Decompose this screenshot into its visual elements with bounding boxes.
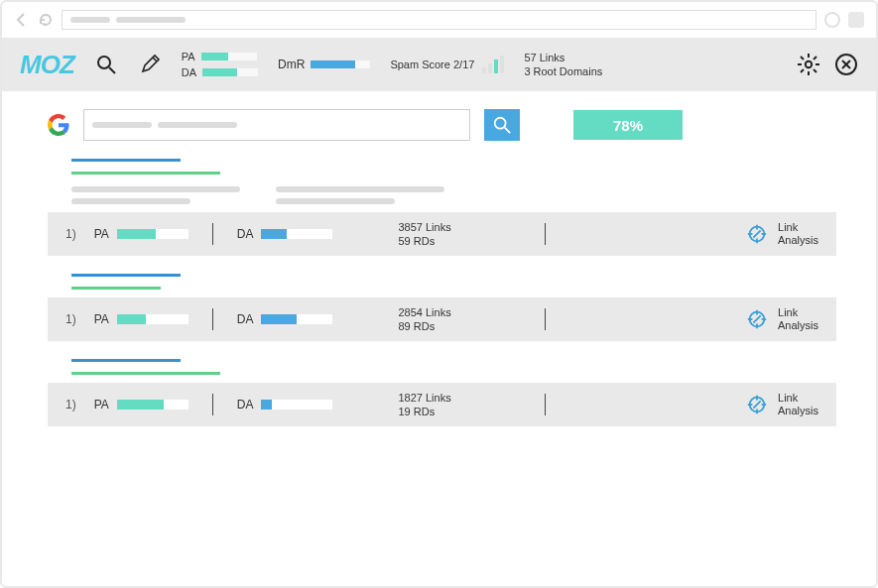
svg-line-34 [753, 401, 760, 408]
address-bar[interactable] [62, 10, 816, 30]
result-snippet [71, 186, 836, 204]
da-bar [202, 68, 258, 76]
search-button[interactable] [484, 109, 520, 141]
pa-label: PA [94, 398, 109, 412]
svg-line-28 [753, 315, 760, 322]
reload-icon[interactable] [38, 12, 54, 28]
links-count: 3857 Links [398, 220, 487, 234]
link-analysis-button[interactable]: Link Analysis [746, 306, 818, 332]
action-line2: Analysis [778, 234, 818, 247]
score-badge: 78% [573, 110, 683, 140]
content-area: 78% 1) PA DA 3857 Links 59 RDs [2, 91, 876, 426]
links-count: 1827 Links [398, 391, 487, 405]
da-label: DA [237, 227, 254, 241]
back-arrow-icon[interactable] [14, 12, 30, 28]
pencil-icon[interactable] [138, 53, 162, 76]
result-number: 1) [65, 398, 76, 412]
svg-point-3 [806, 61, 812, 67]
rds-count: 19 RDs [398, 405, 487, 418]
rds-count: 89 RDs [398, 319, 487, 333]
link-analysis-button[interactable]: Link Analysis [746, 392, 818, 417]
action-line2: Analysis [778, 319, 818, 332]
result-title-line[interactable] [71, 274, 181, 277]
result-title-line[interactable] [71, 359, 181, 362]
result-link-counts: 2854 Links 89 RDs [398, 305, 487, 334]
link-analysis-button[interactable]: Link Analysis [746, 221, 818, 247]
divider [212, 223, 213, 245]
addr-placeholder [116, 17, 186, 23]
result-number: 1) [65, 312, 76, 326]
svg-line-8 [801, 57, 804, 59]
pa-metric: PA [94, 227, 188, 241]
action-line2: Analysis [778, 405, 818, 417]
result-link-counts: 1827 Links 19 RDs [398, 391, 487, 419]
result-number: 1) [65, 227, 76, 241]
addr-placeholder [70, 17, 110, 23]
pa-metric: PA [94, 312, 188, 326]
search-placeholder [92, 122, 152, 128]
dmr-label: DmR [278, 58, 305, 71]
action-line1: Link [778, 392, 818, 405]
da-label: DA [237, 398, 254, 412]
svg-line-10 [801, 69, 804, 72]
moz-logo: MOZ [20, 50, 74, 80]
browser-chrome [2, 2, 876, 38]
moz-toolbar: MOZ PA DA DmR Spam Score 2/17 [2, 38, 876, 91]
svg-point-0 [98, 57, 110, 68]
rds-count: 59 RDs [398, 234, 487, 248]
pa-label: PA [94, 312, 109, 326]
dmr-group: DmR [278, 58, 370, 71]
svg-point-15 [495, 118, 506, 129]
da-metric: DA [237, 312, 333, 326]
svg-line-9 [814, 69, 816, 72]
action-line1: Link [778, 306, 818, 319]
result-url-line[interactable] [71, 172, 220, 175]
window-control-circle[interactable] [824, 12, 840, 28]
svg-line-16 [505, 128, 510, 133]
spam-score-group: Spam Score 2/17 [390, 56, 504, 73]
pa-bar [201, 53, 257, 60]
link-counts: 57 Links 3 Root Domains [524, 51, 602, 79]
result-url-line[interactable] [71, 372, 220, 375]
divider [212, 308, 213, 330]
pa-label: PA [182, 51, 195, 62]
result-metrics-bar: 1) PA DA 2854 Links 89 RDs [48, 297, 836, 341]
links-count: 57 Links [524, 51, 602, 64]
search-result: 1) PA DA 1827 Links 19 RDs [48, 359, 836, 426]
pa-label: PA [94, 227, 109, 241]
result-title-line[interactable] [71, 159, 181, 162]
search-result: 1) PA DA 2854 Links 89 RDs [48, 274, 836, 341]
pa-metric: PA [94, 398, 188, 412]
search-input[interactable] [83, 109, 470, 141]
da-label: DA [237, 312, 254, 326]
divider [545, 308, 546, 330]
svg-line-2 [153, 58, 157, 61]
divider [212, 394, 213, 415]
target-icon [746, 308, 768, 330]
da-metric: DA [237, 227, 333, 241]
search-placeholder [158, 122, 237, 128]
svg-line-1 [109, 67, 115, 73]
result-link-counts: 3857 Links 59 RDs [398, 220, 487, 249]
search-icon[interactable] [94, 53, 118, 76]
browser-window: MOZ PA DA DmR Spam Score 2/17 [0, 0, 878, 588]
result-metrics-bar: 1) PA DA 3857 Links 59 RDs [48, 212, 836, 256]
spam-bars-icon [482, 56, 504, 73]
result-url-line[interactable] [71, 287, 161, 290]
result-metrics-bar: 1) PA DA 1827 Links 19 RDs [48, 383, 836, 426]
search-result: 1) PA DA 3857 Links 59 RDs [48, 159, 836, 256]
search-row: 78% [48, 109, 836, 141]
svg-line-22 [753, 230, 760, 237]
gear-icon[interactable] [797, 53, 820, 76]
divider [545, 223, 546, 245]
close-icon[interactable] [834, 53, 858, 76]
da-label: DA [182, 66, 196, 78]
da-metric: DA [237, 398, 333, 412]
window-control-square[interactable] [848, 12, 864, 28]
target-icon [746, 223, 768, 245]
google-icon [48, 114, 69, 136]
target-icon [746, 394, 768, 415]
links-count: 2854 Links [398, 305, 487, 319]
pa-da-group: PA DA [182, 51, 258, 78]
dmr-bar [311, 60, 370, 68]
